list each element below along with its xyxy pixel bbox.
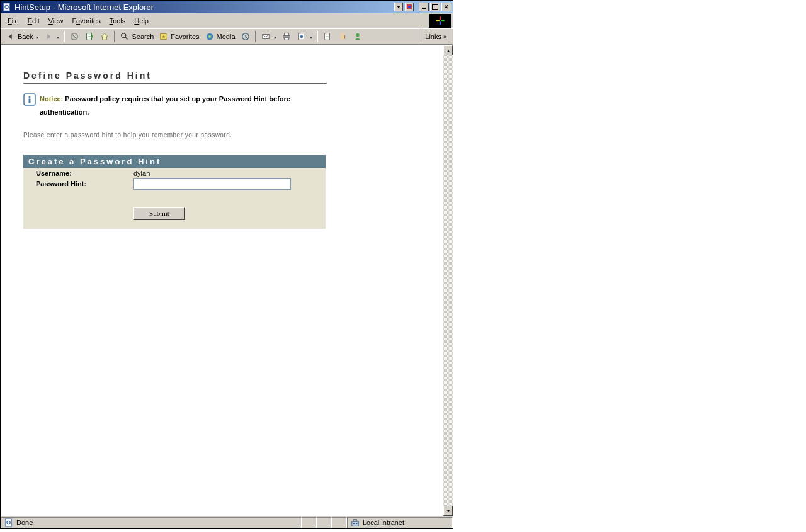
svg-rect-31 bbox=[6, 518, 12, 526]
edit-button[interactable] bbox=[294, 30, 315, 43]
username-value: dylan bbox=[133, 169, 150, 177]
instruction-text: Please enter a password hint to help you… bbox=[23, 132, 443, 139]
scroll-up-button[interactable]: ▴ bbox=[443, 45, 453, 55]
status-bar: Done Local intranet bbox=[1, 516, 453, 528]
status-pane-3 bbox=[332, 517, 347, 528]
discuss-button[interactable] bbox=[320, 30, 335, 43]
edit-page-icon bbox=[297, 31, 307, 42]
home-icon bbox=[99, 31, 110, 42]
panel-header: Create a Password Hint bbox=[23, 155, 326, 168]
svg-point-29 bbox=[29, 96, 31, 98]
favorites-icon bbox=[159, 31, 169, 42]
chevron-down-icon bbox=[55, 33, 59, 40]
svg-rect-33 bbox=[352, 521, 359, 526]
username-label: Username: bbox=[36, 169, 133, 177]
maximize-button[interactable] bbox=[430, 3, 440, 11]
form-panel: Create a Password Hint Username: dylan P… bbox=[23, 155, 326, 229]
status-pane-zone: Local intranet bbox=[347, 517, 453, 528]
chevron-down-icon bbox=[309, 33, 312, 40]
svg-rect-3 bbox=[408, 6, 411, 8]
window-title: HintSetup - Microsoft Internet Explorer bbox=[14, 3, 394, 12]
minimize-button[interactable] bbox=[419, 3, 429, 11]
svg-rect-21 bbox=[284, 38, 288, 40]
svg-rect-30 bbox=[29, 99, 31, 103]
svg-point-16 bbox=[209, 36, 210, 37]
notice-label: Notice: bbox=[40, 95, 63, 103]
back-arrow-icon bbox=[6, 31, 16, 42]
scroll-track[interactable] bbox=[443, 55, 453, 506]
submit-button[interactable]: Submit bbox=[133, 207, 185, 220]
svg-point-11 bbox=[122, 33, 126, 38]
hint-row: Password Hint: bbox=[23, 177, 326, 190]
status-text: Done bbox=[16, 519, 33, 526]
vertical-scrollbar[interactable]: ▴ ▾ bbox=[443, 45, 453, 516]
menu-file[interactable]: File bbox=[3, 16, 23, 26]
print-button[interactable] bbox=[279, 30, 294, 43]
history-button[interactable] bbox=[238, 30, 253, 43]
svg-rect-4 bbox=[440, 16, 441, 20]
svg-point-25 bbox=[341, 33, 344, 37]
menu-bar: File Edit View Favorites Tools Help bbox=[1, 13, 453, 28]
messenger-icon bbox=[353, 31, 363, 42]
research-icon bbox=[338, 31, 348, 42]
back-button[interactable]: Back bbox=[3, 30, 41, 43]
media-button[interactable]: Media bbox=[202, 30, 238, 43]
svg-rect-5 bbox=[441, 20, 445, 21]
menu-favorites[interactable]: Favorites bbox=[67, 16, 105, 26]
ie-page-icon bbox=[4, 518, 14, 528]
links-button[interactable]: Links » bbox=[421, 28, 450, 45]
toolbar: Back bbox=[1, 28, 453, 45]
svg-line-9 bbox=[72, 35, 77, 39]
username-row: Username: dylan bbox=[23, 168, 326, 177]
ie-page-icon bbox=[2, 2, 12, 12]
password-hint-input[interactable] bbox=[133, 178, 291, 190]
zone-icon bbox=[350, 518, 360, 528]
refresh-icon bbox=[84, 31, 94, 42]
chevron-down-icon bbox=[273, 33, 276, 40]
menu-view[interactable]: View bbox=[44, 16, 68, 26]
messenger-button[interactable] bbox=[350, 30, 365, 43]
titlebar-aux-button[interactable] bbox=[405, 3, 414, 11]
close-button[interactable] bbox=[441, 3, 451, 11]
svg-point-27 bbox=[356, 33, 359, 37]
button-row: Submit bbox=[23, 190, 326, 220]
refresh-button[interactable] bbox=[82, 30, 97, 43]
notice-text: Password policy requires that you set up… bbox=[40, 95, 290, 116]
stop-button[interactable] bbox=[67, 30, 82, 43]
chevron-right-icon: » bbox=[443, 33, 446, 40]
svg-rect-7 bbox=[436, 20, 440, 21]
forward-button[interactable] bbox=[41, 30, 62, 43]
chevron-down-icon bbox=[35, 33, 38, 40]
ie-throbber-icon bbox=[429, 14, 451, 28]
menu-help[interactable]: Help bbox=[130, 16, 153, 26]
favorites-button[interactable]: Favorites bbox=[156, 30, 202, 43]
menu-edit[interactable]: Edit bbox=[23, 16, 44, 26]
mail-icon bbox=[261, 31, 271, 42]
svg-rect-26 bbox=[341, 37, 344, 39]
svg-rect-0 bbox=[4, 3, 10, 11]
zone-text: Local intranet bbox=[363, 519, 404, 526]
search-button[interactable]: Search bbox=[117, 30, 156, 43]
menu-tools[interactable]: Tools bbox=[105, 16, 130, 26]
titlebar-dropdown-button[interactable] bbox=[394, 3, 403, 11]
svg-point-23 bbox=[300, 35, 302, 38]
page-content: Define Password Hint Notice: Password po… bbox=[1, 45, 443, 516]
title-bar: HintSetup - Microsoft Internet Explorer bbox=[1, 1, 453, 13]
history-icon bbox=[241, 31, 251, 42]
status-pane-2 bbox=[317, 517, 332, 528]
svg-rect-34 bbox=[353, 523, 355, 524]
status-pane-1 bbox=[302, 517, 317, 528]
info-icon bbox=[23, 93, 36, 106]
scroll-down-button[interactable]: ▾ bbox=[443, 506, 453, 516]
stop-icon bbox=[69, 31, 79, 42]
content-viewport: Define Password Hint Notice: Password po… bbox=[1, 45, 453, 516]
mail-button[interactable] bbox=[258, 30, 279, 43]
forward-arrow-icon bbox=[43, 31, 54, 42]
media-icon bbox=[205, 31, 215, 42]
research-button[interactable] bbox=[335, 30, 350, 43]
hint-label: Password Hint: bbox=[36, 180, 133, 188]
svg-rect-19 bbox=[284, 33, 288, 36]
status-pane-main: Done bbox=[1, 517, 302, 528]
home-button[interactable] bbox=[97, 30, 112, 43]
search-icon bbox=[120, 31, 130, 42]
